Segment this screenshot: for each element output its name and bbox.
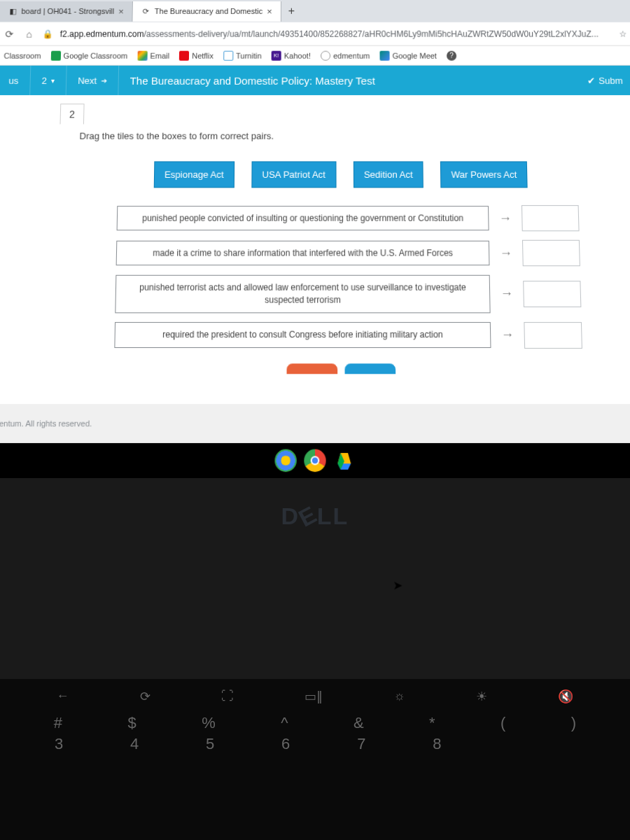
tab-title: The Bureaucracy and Domestic (155, 7, 262, 15)
tab-title: board | OH041 - Strongsvill (21, 7, 114, 15)
chrome-icon[interactable] (304, 449, 326, 472)
kahoot-icon: K! (272, 50, 281, 60)
question-number-tab[interactable]: 2 (60, 104, 85, 124)
bookmark-netflix[interactable]: Netflix (179, 50, 214, 60)
key-caret: ^ (281, 714, 288, 732)
key-6: 6 (281, 735, 290, 753)
help-icon[interactable]: ? (447, 50, 456, 60)
key-refresh: ⟳ (140, 689, 150, 704)
previous-button[interactable]: us (0, 66, 31, 95)
next-button[interactable]: Next ➔ (66, 66, 119, 95)
question-counter[interactable]: 2▾ (30, 66, 67, 95)
app-header: us 2▾ Next ➔ The Bureaucracy and Domesti… (0, 66, 630, 95)
close-icon[interactable]: × (267, 6, 272, 16)
drive-icon[interactable] (333, 449, 355, 472)
description-2: punished terrorist acts and allowed law … (115, 275, 490, 313)
cursor-icon: ➤ (393, 578, 402, 593)
pair-row-0: punished people convicted of insulting o… (117, 205, 580, 231)
description-0: punished people convicted of insulting o… (117, 206, 489, 231)
browser-tab-0[interactable]: ◧ board | OH041 - Strongsvill × (0, 1, 133, 21)
question-content: 2 Drag the tiles to the boxes to form co… (0, 95, 630, 404)
arrow-right-icon: ➔ (101, 76, 106, 84)
key-bright-up: ☀ (476, 689, 487, 704)
key-8: 8 (433, 735, 441, 753)
key-fullscreen: ⛶ (221, 689, 234, 704)
bookmark-google-classroom[interactable]: Google Classroom (50, 50, 127, 60)
key-percent: % (202, 714, 216, 732)
new-tab-button[interactable]: + (281, 1, 302, 21)
key-star: * (429, 714, 435, 732)
home-icon[interactable]: ⌂ (22, 28, 36, 39)
footer-copyright: mentum. All rights reserved. (0, 404, 630, 443)
browser-tab-bar: ◧ board | OH041 - Strongsvill × ⟳ The Bu… (0, 0, 630, 22)
key-amp: & (354, 714, 364, 732)
reload-icon[interactable]: ⟳ (3, 28, 16, 39)
google-meet-icon (379, 50, 389, 60)
key-7: 7 (357, 735, 365, 753)
edmentum-icon (321, 50, 330, 60)
key-paren-l: ( (500, 714, 505, 732)
arrow-right-icon: → (499, 246, 512, 261)
key-mute: 🔇 (558, 689, 573, 704)
drop-zone-3[interactable] (524, 322, 582, 349)
key-dollar: $ (127, 714, 136, 732)
bookmark-email[interactable]: Email (137, 50, 169, 60)
drop-zone-0[interactable] (522, 205, 580, 231)
dell-logo: DELL (0, 503, 630, 530)
key-5: 5 (206, 735, 214, 753)
test-title: The Bureaucracy and Domestic Policy: Mas… (118, 74, 578, 86)
key-bright-down: ☼ (393, 689, 405, 704)
check-icon: ✔ (587, 75, 596, 85)
pairs-area: punished people convicted of insulting o… (54, 205, 628, 349)
pair-row-3: required the president to consult Congre… (114, 322, 582, 349)
bookmark-classroom[interactable]: Classroom (4, 51, 41, 59)
action-button-peek[interactable] (344, 363, 396, 374)
address-bar: ⟳ ⌂ 🔒 f2.app.edmentum.com/assessments-de… (0, 22, 630, 46)
bookmark-edmentum[interactable]: edmentum (321, 50, 370, 60)
app-icon-1[interactable] (274, 449, 296, 472)
gmail-icon (137, 50, 147, 60)
browser-tab-1[interactable]: ⟳ The Bureaucracy and Domestic × (133, 1, 281, 21)
bookmarks-bar: Classroom Google Classroom Email Netflix… (0, 46, 630, 66)
key-3: 3 (55, 735, 63, 753)
netflix-icon (179, 50, 189, 60)
google-classroom-icon (50, 50, 60, 60)
key-back: ← (57, 689, 69, 704)
submit-button[interactable]: ✔Subm (578, 75, 630, 85)
arrow-right-icon: → (500, 328, 514, 343)
bottom-buttons-peek (53, 363, 629, 374)
lock-icon[interactable]: 🔒 (42, 29, 52, 38)
tile-espionage-act[interactable]: Espionage Act (153, 161, 234, 188)
tiles-row: Espionage Act USA Patriot Act Sedition A… (58, 155, 624, 205)
reset-button-peek[interactable] (287, 363, 338, 374)
pair-row-2: punished terrorist acts and allowed law … (115, 275, 581, 313)
chevron-down-icon: ▾ (51, 76, 55, 84)
url-field[interactable]: f2.app.edmentum.com/assessments-delivery… (60, 29, 612, 38)
question-prompt: Drag the tiles to the boxes to form corr… (59, 95, 622, 155)
tile-usa-patriot-act[interactable]: USA Patriot Act (251, 161, 336, 188)
drop-zone-1[interactable] (522, 240, 580, 266)
bookmark-google-meet[interactable]: Google Meet (379, 50, 437, 60)
tile-sedition-act[interactable]: Sedition Act (354, 161, 424, 188)
arrow-right-icon: → (498, 211, 512, 226)
key-4: 4 (130, 735, 139, 753)
bookmark-kahoot[interactable]: K!Kahoot! (272, 50, 311, 60)
key-paren-r: ) (571, 714, 576, 732)
tile-war-powers-act[interactable]: War Powers Act (440, 161, 528, 188)
description-3: required the president to consult Congre… (114, 322, 491, 348)
drop-zone-2[interactable] (523, 281, 581, 307)
tab-favicon: ◧ (8, 6, 17, 15)
description-1: made it a crime to share information tha… (116, 240, 490, 265)
arrow-right-icon: → (500, 286, 513, 302)
key-hash: # (54, 714, 62, 732)
turnitin-icon (223, 50, 233, 60)
keyboard-area: ← ⟳ ⛶ ▭‖ ☼ ☀ 🔇 # $ % ^ & * ( ) 3 4 5 6 7… (0, 679, 630, 840)
chrome-shelf (0, 443, 630, 478)
tab-favicon: ⟳ (141, 6, 150, 15)
bookmark-star-icon[interactable]: ☆ (619, 29, 626, 38)
bookmark-turnitin[interactable]: Turnitin (223, 50, 262, 60)
key-overview: ▭‖ (304, 689, 323, 704)
close-icon[interactable]: × (118, 6, 124, 16)
pair-row-1: made it a crime to share information tha… (116, 240, 580, 266)
